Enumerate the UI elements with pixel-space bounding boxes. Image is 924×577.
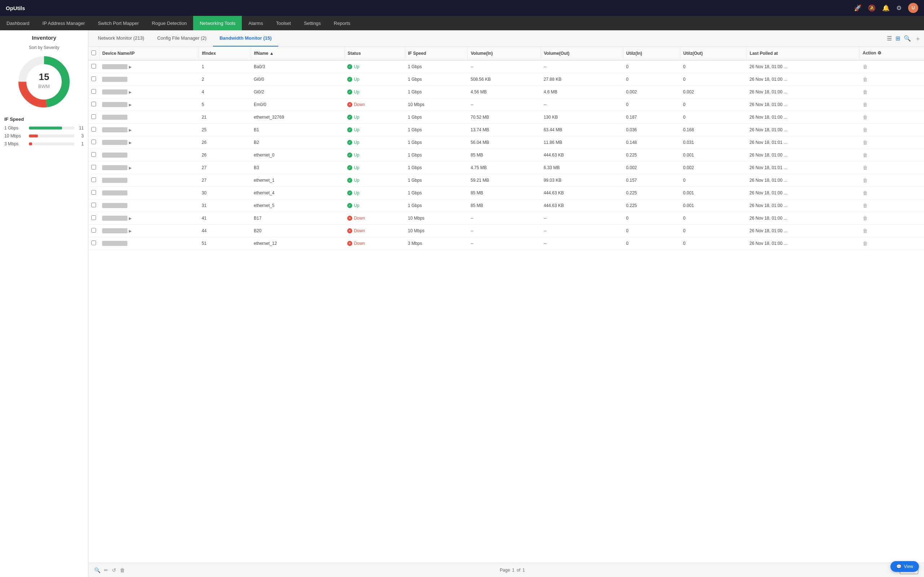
row-checkbox-cell [89, 124, 99, 136]
ifname-cell: ethernet_12 [251, 237, 344, 250]
last-polled-cell: 26 Nov 18, 01:00 ... [747, 174, 860, 187]
delete-row-icon[interactable]: 🗑 [863, 240, 868, 246]
refresh-footer-icon[interactable]: ↺ [112, 567, 116, 573]
vol-out-cell: 444.63 KB [541, 149, 623, 161]
rocket-icon[interactable]: 🚀 [854, 4, 861, 12]
ifspeed-cell: 10 Mbps [405, 212, 468, 225]
delete-row-icon[interactable]: 🗑 [863, 127, 868, 133]
row-checkbox[interactable] [91, 76, 96, 81]
last-polled-cell: 26 Nov 18, 01:00 ... [747, 237, 860, 250]
delete-row-icon[interactable]: 🗑 [863, 215, 868, 221]
col-ifname[interactable]: IfName ▲ [251, 47, 344, 60]
nav-reports[interactable]: Reports [327, 16, 357, 30]
row-checkbox[interactable] [91, 190, 96, 195]
nav-rogue-detection[interactable]: Rogue Detection [145, 16, 194, 30]
ifindex-cell: 51 [199, 237, 251, 250]
nav-ip-address-manager[interactable]: IP Address Manager [36, 16, 92, 30]
edit-footer-icon[interactable]: ✏ [104, 567, 108, 573]
row-checkbox-cell [89, 187, 99, 200]
row-checkbox-cell [89, 98, 99, 111]
tab-config-file-manager[interactable]: Config File Manager (2) [151, 30, 213, 47]
row-checkbox[interactable] [91, 89, 96, 94]
gear-icon[interactable]: ⚙ [896, 4, 901, 12]
row-checkbox[interactable] [91, 127, 96, 132]
vol-in-cell: 85 MB [468, 149, 541, 161]
delete-row-icon[interactable]: 🗑 [863, 140, 868, 145]
list-view-icon[interactable]: ☰ [887, 35, 892, 42]
row-checkbox[interactable] [91, 102, 96, 106]
action-cell: 🗑 [860, 86, 924, 98]
search-icon[interactable]: 🔍 [904, 35, 911, 42]
slash-icon[interactable]: 🔕 [868, 4, 876, 12]
table-wrap: Device Name/IP IfIndex IfName ▲ Status I… [89, 47, 924, 562]
table-body: ▶ 1 Ba0/3 ✓ Up 1 Gbps -- -- 0 0 26 Nov 1… [89, 60, 924, 250]
status-cell: ✓ Up [344, 60, 405, 73]
avatar[interactable]: U [908, 3, 918, 13]
vol-out-cell: 444.63 KB [541, 200, 623, 212]
delete-footer-icon[interactable]: 🗑 [120, 567, 125, 573]
row-checkbox[interactable] [91, 215, 96, 220]
if-speed-3mbps-label: 3 Mbps [4, 141, 26, 147]
delete-row-icon[interactable]: 🗑 [863, 190, 868, 196]
chat-label: View [904, 564, 913, 569]
tab-bandwidth-monitor[interactable]: Bandwidth Monitor (15) [213, 30, 278, 47]
grid-view-icon[interactable]: ⊞ [895, 35, 900, 42]
nav-toolset[interactable]: Toolset [270, 16, 297, 30]
ifname-cell: B17 [251, 212, 344, 225]
row-checkbox[interactable] [91, 152, 96, 157]
nav-dashboard[interactable]: Dashboard [0, 16, 36, 30]
ifname-cell: ethernet_32769 [251, 111, 344, 124]
device-cell [99, 237, 199, 250]
delete-row-icon[interactable]: 🗑 [863, 165, 868, 171]
nav-settings[interactable]: Settings [297, 16, 327, 30]
delete-row-icon[interactable]: 🗑 [863, 114, 868, 120]
action-cell: 🗑 [860, 225, 924, 237]
device-bar [102, 102, 128, 107]
device-bar [102, 165, 128, 170]
tab-network-monitor[interactable]: Network Monitor (213) [91, 30, 151, 47]
ifspeed-cell: 1 Gbps [405, 86, 468, 98]
row-checkbox[interactable] [91, 64, 96, 69]
sidebar-title: Inventory [4, 35, 84, 41]
row-checkbox[interactable] [91, 114, 96, 119]
sort-label: Sort by Severity [4, 45, 84, 50]
delete-row-icon[interactable]: 🗑 [863, 203, 868, 208]
util-out-cell: 0 [680, 225, 747, 237]
if-speed-3mbps: 3 Mbps 1 [4, 141, 84, 147]
nav-switch-port-mapper[interactable]: Switch Port Mapper [91, 16, 145, 30]
row-checkbox[interactable] [91, 165, 96, 169]
col-settings-icon[interactable]: ⚙ [877, 50, 881, 56]
device-cell [99, 149, 199, 161]
util-in-cell: 0 [624, 212, 680, 225]
row-checkbox[interactable] [91, 177, 96, 182]
row-checkbox-cell [89, 161, 99, 174]
search-footer-icon[interactable]: 🔍 [94, 567, 100, 573]
delete-row-icon[interactable]: 🗑 [863, 228, 868, 234]
ifname-cell: B2 [251, 136, 344, 149]
table-row: 26 ethernet_0 ✓ Up 1 Gbps 85 MB 444.63 K… [89, 149, 924, 161]
nav-networking-tools[interactable]: Networking Tools [193, 16, 242, 30]
select-all-checkbox[interactable] [91, 50, 96, 55]
row-checkbox[interactable] [91, 228, 96, 233]
ifspeed-cell: 1 Gbps [405, 111, 468, 124]
table-row: 27 ethernet_1 ✓ Up 1 Gbps 59.21 MB 99.03… [89, 174, 924, 187]
chat-button[interactable]: 💬 View [890, 561, 919, 572]
delete-row-icon[interactable]: 🗑 [863, 76, 868, 82]
delete-row-icon[interactable]: 🗑 [863, 102, 868, 108]
content: Network Monitor (213) Config File Manage… [89, 30, 924, 577]
add-icon[interactable]: ＋ [914, 34, 921, 43]
delete-row-icon[interactable]: 🗑 [863, 89, 868, 95]
delete-row-icon[interactable]: 🗑 [863, 177, 868, 183]
bell-icon[interactable]: 🔔 [882, 4, 890, 12]
row-checkbox[interactable] [91, 203, 96, 207]
chevron-icon: ▶ [129, 166, 132, 170]
delete-row-icon[interactable]: 🗑 [863, 64, 868, 69]
ifindex-cell: 27 [199, 174, 251, 187]
nav-alarms[interactable]: Alarms [242, 16, 269, 30]
util-out-cell: 0 [680, 60, 747, 73]
delete-row-icon[interactable]: 🗑 [863, 152, 868, 158]
util-out-cell: 0 [680, 174, 747, 187]
vol-out-cell: -- [541, 225, 623, 237]
row-checkbox[interactable] [91, 240, 96, 245]
row-checkbox[interactable] [91, 140, 96, 144]
